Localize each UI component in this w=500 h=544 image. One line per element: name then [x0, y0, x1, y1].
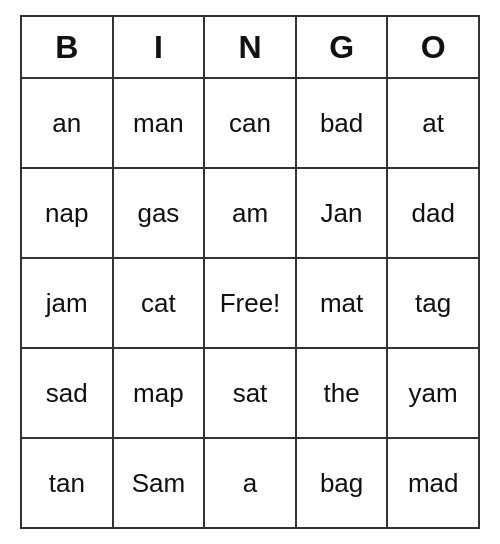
cell-5-4: bag	[297, 439, 389, 527]
header-n: N	[205, 17, 297, 77]
header-o: O	[388, 17, 478, 77]
cell-4-1: sad	[22, 349, 114, 437]
cell-2-5: dad	[388, 169, 478, 257]
header-b: B	[22, 17, 114, 77]
row-1: an man can bad at	[22, 79, 478, 169]
row-3: jam cat Free! mat tag	[22, 259, 478, 349]
row-4: sad map sat the yam	[22, 349, 478, 439]
cell-1-3: can	[205, 79, 297, 167]
cell-5-2: Sam	[114, 439, 206, 527]
cell-3-2: cat	[114, 259, 206, 347]
cell-5-5: mad	[388, 439, 478, 527]
cell-1-4: bad	[297, 79, 389, 167]
header-row: B I N G O	[22, 17, 478, 79]
cell-1-2: man	[114, 79, 206, 167]
cell-1-1: an	[22, 79, 114, 167]
cell-2-3: am	[205, 169, 297, 257]
cell-4-3: sat	[205, 349, 297, 437]
cell-2-4: Jan	[297, 169, 389, 257]
header-g: G	[297, 17, 389, 77]
cell-3-1: jam	[22, 259, 114, 347]
header-i: I	[114, 17, 206, 77]
cell-1-5: at	[388, 79, 478, 167]
cell-4-5: yam	[388, 349, 478, 437]
row-5: tan Sam a bag mad	[22, 439, 478, 527]
cell-4-2: map	[114, 349, 206, 437]
cell-3-4: mat	[297, 259, 389, 347]
cell-5-1: tan	[22, 439, 114, 527]
cell-3-5: tag	[388, 259, 478, 347]
cell-5-3: a	[205, 439, 297, 527]
cell-2-2: gas	[114, 169, 206, 257]
cell-2-1: nap	[22, 169, 114, 257]
row-2: nap gas am Jan dad	[22, 169, 478, 259]
cell-3-3: Free!	[205, 259, 297, 347]
cell-4-4: the	[297, 349, 389, 437]
bingo-card: B I N G O an man can bad at nap gas am J…	[20, 15, 480, 529]
